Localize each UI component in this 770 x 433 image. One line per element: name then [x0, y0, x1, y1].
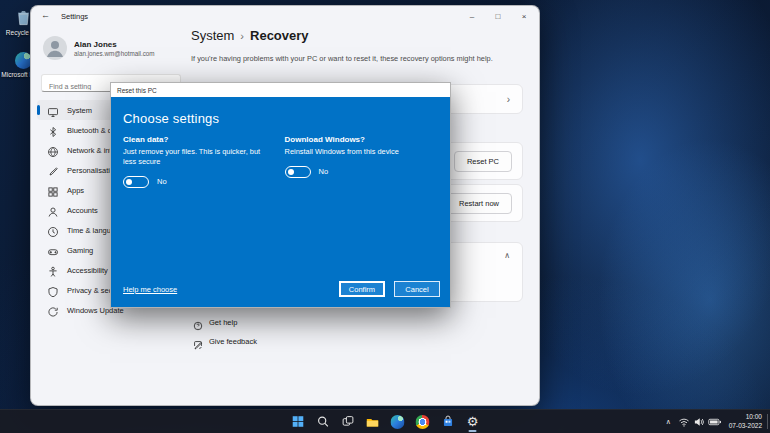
toggle-state-label: No — [157, 177, 167, 186]
taskbar: ⚙ ∧ 10:00 07-03-2022 — [0, 409, 770, 433]
clock-icon — [47, 224, 59, 236]
maximize-icon[interactable]: □ — [485, 6, 511, 26]
restart-now-button[interactable]: Restart now — [446, 193, 512, 214]
download-windows-option: Download Windows? Reinstall Windows from… — [285, 135, 438, 188]
chevron-up-icon: ∧ — [504, 251, 510, 260]
window-controls: – □ × — [459, 6, 537, 26]
apps-grid-icon — [47, 184, 59, 196]
desktop: Recycle Bin Microsoft Edge ← Settings – … — [0, 0, 770, 433]
shield-icon — [47, 284, 59, 296]
dialog-heading: Choose settings — [123, 111, 438, 126]
dialog-titlebar: Reset this PC — [111, 83, 450, 97]
reset-this-pc-dialog: Reset this PC Choose settings Clean data… — [110, 82, 451, 308]
update-icon — [47, 304, 59, 316]
clean-data-option: Clean data? Just remove your files. This… — [123, 135, 271, 188]
clock-date: 07-03-2022 — [729, 422, 762, 430]
breadcrumb-root[interactable]: System — [191, 28, 234, 43]
close-icon[interactable]: × — [511, 6, 537, 26]
globe-icon — [47, 144, 59, 156]
chevron-right-icon: › — [507, 94, 510, 105]
task-view-icon — [341, 415, 354, 428]
gear-icon: ⚙ — [467, 415, 479, 428]
edge-button[interactable] — [387, 411, 409, 433]
taskbar-search-button[interactable] — [312, 411, 334, 433]
page-description: If you're having problems with your PC o… — [191, 54, 493, 63]
store-icon — [441, 415, 454, 428]
window-title: Settings — [61, 12, 88, 21]
store-button[interactable] — [437, 411, 459, 433]
brush-icon — [47, 164, 59, 176]
task-view-button[interactable] — [337, 411, 359, 433]
reset-pc-button[interactable]: Reset PC — [454, 151, 512, 172]
windows-logo-icon — [291, 415, 304, 428]
dialog-title: Reset this PC — [117, 87, 157, 94]
cancel-button[interactable]: Cancel — [394, 281, 440, 297]
clock-time: 10:00 — [729, 413, 762, 421]
back-arrow-icon[interactable]: ← — [41, 10, 50, 20]
user-name: Alan Jones — [74, 40, 155, 49]
option-description: Just remove your files. This is quicker,… — [123, 147, 271, 167]
start-button[interactable] — [287, 411, 309, 433]
accessibility-icon — [47, 264, 59, 276]
taskbar-clock[interactable]: 10:00 07-03-2022 — [729, 413, 762, 430]
minimize-icon[interactable]: – — [459, 6, 485, 26]
get-help-link[interactable]: Get help — [193, 317, 237, 327]
give-feedback-link[interactable]: Give feedback — [193, 336, 257, 346]
download-windows-toggle[interactable] — [285, 166, 311, 178]
breadcrumb: System›Recovery — [191, 28, 309, 43]
user-account[interactable]: Alan Jones alan.jones.wm@hotmail.com — [43, 36, 155, 60]
battery-icon — [708, 416, 722, 428]
chrome-icon — [416, 415, 430, 429]
feedback-icon — [193, 336, 203, 346]
avatar — [43, 36, 67, 60]
option-description: Reinstall Windows from this device — [285, 147, 438, 157]
toggle-state-label: No — [319, 167, 329, 176]
system-tray: ∧ 10:00 07-03-2022 — [666, 410, 762, 433]
chrome-button[interactable] — [412, 411, 434, 433]
help-me-choose-link[interactable]: Help me choose — [123, 285, 177, 294]
hidden-icons-chevron-icon[interactable]: ∧ — [666, 418, 671, 426]
file-explorer-button[interactable] — [362, 411, 384, 433]
user-email: alan.jones.wm@hotmail.com — [74, 50, 155, 57]
edge-icon — [391, 415, 405, 429]
option-title: Clean data? — [123, 135, 271, 144]
speaker-icon — [693, 416, 705, 428]
gamepad-icon — [47, 244, 59, 256]
option-title: Download Windows? — [285, 135, 438, 144]
monitor-icon — [47, 104, 59, 116]
toggle-knob — [126, 179, 132, 185]
toggle-knob — [288, 169, 294, 175]
folder-icon — [366, 415, 380, 429]
person-icon — [47, 204, 59, 216]
dialog-body: Choose settings Clean data? Just remove … — [111, 97, 450, 307]
help-icon — [193, 317, 203, 327]
confirm-button[interactable]: Confirm — [339, 281, 385, 297]
breadcrumb-separator-icon: › — [240, 30, 244, 42]
settings-app-button[interactable]: ⚙ — [462, 411, 484, 433]
clean-data-toggle[interactable] — [123, 176, 149, 188]
tray-status-cluster[interactable] — [678, 416, 722, 428]
wifi-icon — [678, 416, 690, 428]
bluetooth-icon — [47, 124, 59, 136]
search-icon — [316, 415, 329, 428]
page-title: Recovery — [250, 28, 309, 43]
